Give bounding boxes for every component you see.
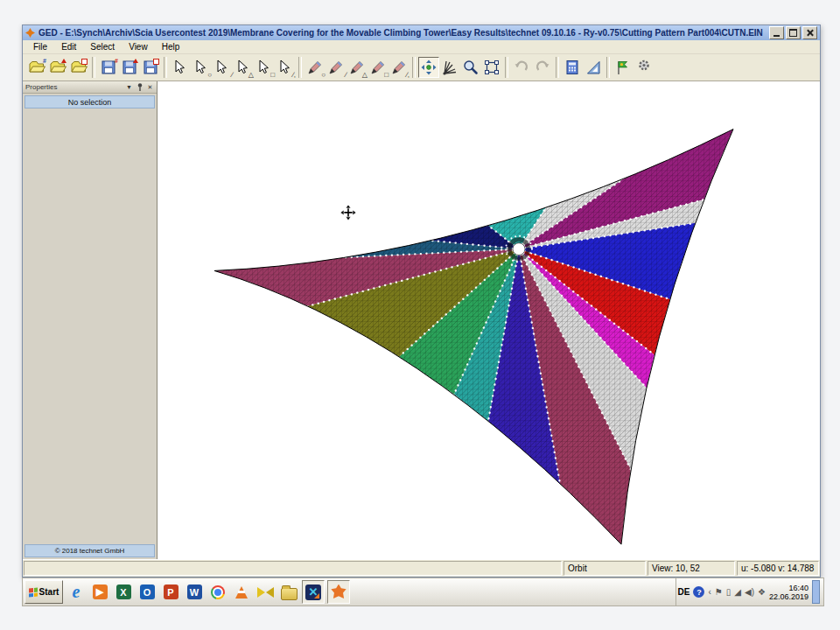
- show-desktop-button[interactable]: [812, 580, 820, 604]
- system-tray: DE ? ‹ ⚑ ▯ ◢ ◀) ❖ 16:40 22.06.2019: [676, 578, 822, 606]
- draw-point-button[interactable]: ○: [304, 57, 326, 78]
- move-cursor: [340, 205, 356, 220]
- toolbar-separator: [298, 57, 302, 78]
- clock: 16:40 22.06.2019: [769, 584, 808, 601]
- menu-help[interactable]: Help: [155, 41, 187, 52]
- outlook-icon[interactable]: O: [136, 581, 158, 603]
- taskbar: Start e ▶ X O P W ✕ DE ? ‹ ⚑ ▯ ◢ ◀) ❖ 16…: [22, 578, 824, 606]
- toolbar-separator: [606, 57, 610, 78]
- save-triangle-button[interactable]: [119, 57, 140, 78]
- selection-status: No selection: [24, 95, 155, 108]
- menu-bar: File Edit Select View Help: [23, 40, 820, 54]
- select-element-button[interactable]: △: [233, 57, 254, 78]
- excel-icon[interactable]: X: [113, 581, 134, 603]
- internet-explorer-icon[interactable]: e: [66, 581, 87, 603]
- app-tray-icon[interactable]: ❖: [758, 587, 766, 597]
- windows-logo-icon: [29, 587, 38, 597]
- app-icon: [25, 28, 35, 38]
- properties-panel-title: Properties: [25, 83, 122, 91]
- select-patch-button[interactable]: □: [254, 57, 275, 78]
- draw-seam-button[interactable]: ∕,: [388, 57, 410, 78]
- render-settings-button[interactable]: [634, 57, 654, 78]
- status-message-cell: [24, 561, 562, 576]
- status-bar: Orbit View: 10, 52 u: -5.080 v: 14.788: [23, 559, 820, 577]
- open-hash-button[interactable]: #: [26, 57, 47, 78]
- status-mode: Orbit: [564, 561, 646, 576]
- application-window: GED - E:\Synch\Archiv\Scia Usercontest 2…: [22, 24, 821, 578]
- minimize-button[interactable]: [769, 26, 784, 39]
- flag-tray-icon[interactable]: ⚑: [715, 587, 723, 597]
- clock-time: 16:40: [769, 584, 808, 592]
- status-uv-coords: u: -5.080 v: 14.788: [737, 561, 819, 576]
- toolbar-separator: [164, 57, 167, 78]
- model-viewport[interactable]: [158, 81, 820, 559]
- open-rect-button[interactable]: [68, 57, 89, 78]
- title-bar[interactable]: GED - E:\Synch\Archiv\Scia Usercontest 2…: [23, 25, 820, 40]
- undo-button[interactable]: [511, 57, 532, 78]
- toolbar-separator: [556, 57, 559, 78]
- zoom-extents-button[interactable]: [481, 57, 502, 78]
- select-point-button[interactable]: ○: [191, 57, 212, 78]
- draw-patch-button[interactable]: □: [368, 57, 388, 78]
- network-signal-icon[interactable]: ◢: [734, 587, 741, 597]
- save-rect-button[interactable]: [140, 57, 161, 78]
- media-player-icon[interactable]: ▶: [89, 581, 110, 603]
- select-seam-button[interactable]: ∕,: [275, 57, 296, 78]
- file-manager-icon[interactable]: [278, 581, 299, 603]
- status-view: View: 10, 52: [648, 561, 735, 576]
- menu-edit[interactable]: Edit: [54, 41, 83, 52]
- zoom-magnifier-button[interactable]: [460, 57, 481, 78]
- powerpoint-icon[interactable]: P: [160, 581, 181, 603]
- select-curve-button[interactable]: ∕: [212, 57, 233, 78]
- start-label: Start: [39, 587, 60, 597]
- menu-file[interactable]: File: [26, 41, 54, 52]
- calculator-button[interactable]: [562, 57, 583, 78]
- main-toolbar: # # ○ ∕ △ □ ∕, ○ ∕ △ □ ∕,: [23, 54, 820, 81]
- tray-expand-icon[interactable]: ‹: [708, 587, 710, 597]
- zoom-rays-button[interactable]: [439, 57, 460, 78]
- toolbar-separator: [412, 57, 416, 78]
- toolbar-separator: [92, 57, 95, 78]
- window-title: GED - E:\Synch\Archiv\Scia Usercontest 2…: [38, 28, 766, 38]
- save-hash-button[interactable]: #: [98, 57, 119, 78]
- redo-button[interactable]: [532, 57, 553, 78]
- close-button[interactable]: [802, 26, 817, 39]
- menu-view[interactable]: View: [122, 41, 155, 52]
- properties-panel: Properties ▼ ✕ No selection © 2018 techn…: [23, 81, 158, 559]
- panel-dropdown-icon[interactable]: ▼: [125, 83, 133, 91]
- ged-app-icon[interactable]: [327, 580, 350, 604]
- draw-curve-button[interactable]: ∕: [326, 57, 346, 78]
- restore-button[interactable]: [786, 26, 801, 39]
- copyright-footer: © 2018 technet GmbH: [24, 544, 155, 557]
- select-tool-button[interactable]: [170, 57, 191, 78]
- membrane-drawing: [158, 81, 820, 559]
- mesh-overlay: [158, 81, 820, 559]
- menu-select[interactable]: Select: [83, 41, 122, 52]
- volume-icon[interactable]: ◀): [745, 587, 754, 597]
- vlc-icon[interactable]: [231, 581, 252, 603]
- cad-app-icon[interactable]: ✕: [302, 580, 325, 604]
- draw-element-button[interactable]: △: [346, 57, 368, 78]
- start-button[interactable]: Start: [24, 580, 63, 604]
- chrome-icon[interactable]: [207, 581, 228, 603]
- sync-tool-icon[interactable]: [255, 581, 276, 603]
- panel-pin-icon[interactable]: [136, 83, 144, 91]
- set-square-button[interactable]: [583, 57, 604, 78]
- help-tray-icon[interactable]: ?: [693, 586, 704, 598]
- properties-panel-body: [23, 110, 157, 542]
- word-icon[interactable]: W: [184, 581, 205, 603]
- flag-button[interactable]: [612, 57, 634, 78]
- language-indicator[interactable]: DE: [678, 587, 690, 597]
- center-hub: [513, 243, 525, 256]
- orbit-pan-button[interactable]: [418, 57, 439, 78]
- device-tray-icon[interactable]: ▯: [726, 587, 732, 597]
- clock-date: 22.06.2019: [769, 592, 808, 601]
- open-triangle-button[interactable]: [47, 57, 68, 78]
- panel-close-icon[interactable]: ✕: [146, 83, 154, 91]
- toolbar-separator: [505, 57, 508, 78]
